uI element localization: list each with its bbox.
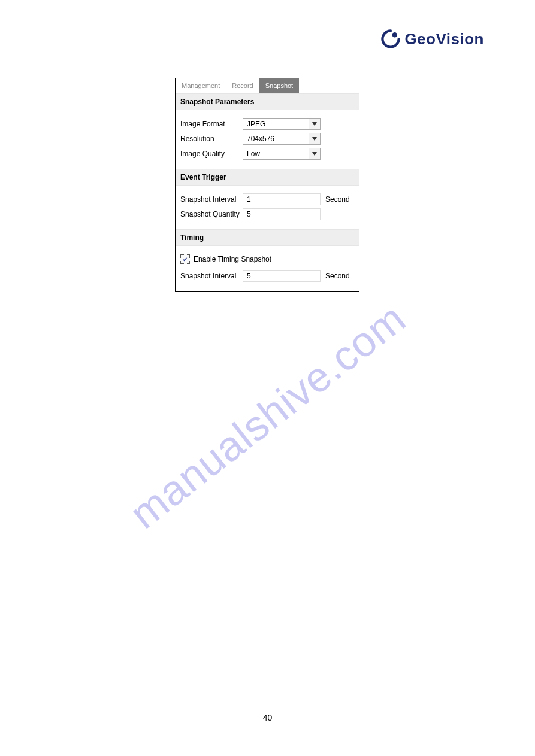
event-snapshot-interval-input[interactable]: 1 <box>243 193 321 205</box>
timing-snapshot-interval-input[interactable]: 5 <box>243 270 321 282</box>
section-snapshot-parameters-header: Snapshot Parameters <box>176 93 359 110</box>
brand-logo: GeoVision <box>380 29 484 49</box>
horizontal-rule <box>51 496 93 496</box>
tab-bar: Management Record Snapshot <box>176 78 359 93</box>
svg-point-0 <box>392 32 398 38</box>
resolution-label: Resolution <box>180 135 243 143</box>
chevron-down-icon <box>309 119 320 129</box>
timing-snapshot-interval-value: 5 <box>247 272 251 280</box>
event-snapshot-interval-label: Snapshot Interval <box>180 195 243 204</box>
chevron-down-icon <box>309 133 320 144</box>
image-format-label: Image Format <box>180 120 243 128</box>
page-number: 40 <box>0 713 535 722</box>
section-timing-header: Timing <box>176 229 359 246</box>
snapshot-quantity-value: 5 <box>247 210 251 218</box>
svg-marker-2 <box>312 137 317 141</box>
tab-record[interactable]: Record <box>226 78 259 93</box>
image-quality-value: Low <box>247 150 309 158</box>
enable-timing-snapshot-checkbox[interactable] <box>180 254 190 264</box>
image-quality-label: Image Quality <box>180 150 243 158</box>
event-snapshot-interval-value: 1 <box>247 195 251 204</box>
svg-marker-3 <box>312 152 317 156</box>
enable-timing-snapshot-label: Enable Timing Snapshot <box>194 255 271 263</box>
image-format-select[interactable]: JPEG <box>243 118 321 130</box>
timing-snapshot-interval-unit: Second <box>325 272 350 280</box>
svg-marker-1 <box>312 122 317 126</box>
section-event-trigger-header: Event Trigger <box>176 169 359 186</box>
image-quality-select[interactable]: Low <box>243 148 321 160</box>
resolution-value: 704x576 <box>247 135 309 143</box>
tab-management[interactable]: Management <box>176 78 226 93</box>
section-snapshot-parameters-body: Image Format JPEG Resolution 704x576 <box>176 110 359 169</box>
resolution-select[interactable]: 704x576 <box>243 133 321 145</box>
snapshot-quantity-input[interactable]: 5 <box>243 208 321 220</box>
image-format-value: JPEG <box>247 120 309 128</box>
brand-logo-icon <box>380 29 401 49</box>
tab-snapshot[interactable]: Snapshot <box>259 78 299 93</box>
snapshot-quantity-label: Snapshot Quantity <box>180 210 243 218</box>
brand-logo-text: GeoVision <box>404 30 484 48</box>
timing-snapshot-interval-label: Snapshot Interval <box>180 272 243 280</box>
section-timing-body: Enable Timing Snapshot Snapshot Interval… <box>176 246 359 291</box>
watermark-text: manualshive.com <box>120 294 414 538</box>
section-event-trigger-body: Snapshot Interval 1 Second Snapshot Quan… <box>176 186 359 229</box>
chevron-down-icon <box>309 148 320 159</box>
event-snapshot-interval-unit: Second <box>325 195 350 204</box>
snapshot-settings-panel: Management Record Snapshot Snapshot Para… <box>175 78 359 292</box>
